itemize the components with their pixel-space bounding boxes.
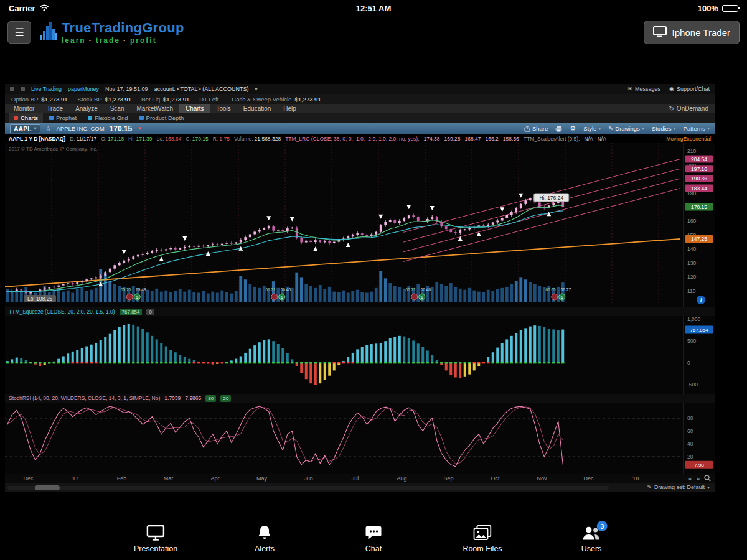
svg-text:$: $ [136, 295, 138, 299]
drawing-set-button[interactable]: ✎ Drawing set: Default ▾ [647, 484, 710, 490]
stoch-label[interactable]: StochRSI (14, 80, 20, WILDERS, CLOSE, 14… [9, 395, 160, 401]
menu-item-analyze[interactable]: Analyze [69, 104, 104, 113]
product-depth-tab-icon [139, 116, 144, 120]
ondemand-icon: ↻ [669, 105, 674, 112]
svg-text:197.16: 197.16 [691, 166, 707, 172]
squeeze-indicator-row: TTM_Squeeze (CLOSE, 20, 2.0, 20, 1.5, 1.… [5, 307, 715, 316]
subtab-charts[interactable]: Charts [9, 113, 43, 123]
presentation-monitor-icon [146, 524, 165, 541]
prophet-tab-icon [49, 116, 54, 120]
dot-separator-icon: · [89, 37, 93, 44]
svg-text:80: 80 [687, 415, 693, 421]
nav-room-files[interactable]: Room Files [463, 524, 502, 553]
monitor-icon [653, 26, 667, 39]
symbol-input[interactable]: AAPL ▾ [10, 124, 40, 133]
nav-label: Room Files [463, 544, 502, 553]
live-trading-link[interactable]: Live Trading [31, 86, 62, 92]
brand-logo: TrueTradingGroup learn · trade · profit [40, 21, 184, 44]
svg-text:66.05: 66.05 [545, 287, 556, 292]
stochrsi-chart[interactable]: 806040207.98 [5, 403, 715, 474]
squeeze-chart[interactable]: 1,0005000-500767.854 [5, 316, 715, 394]
scroll-right-button[interactable]: » [696, 475, 700, 482]
chart-header: AAPL 1 Y D [NASDAQ] D:11/17/17 O:171.18 … [5, 134, 715, 143]
svg-text:66.27: 66.27 [561, 287, 571, 292]
menu-item-education[interactable]: Education [237, 104, 277, 113]
metric-net-liq: Net Liq$1,273.91 [141, 96, 189, 103]
svg-text:65.26: 65.26 [121, 287, 131, 292]
battery-icon [722, 5, 738, 12]
nav-users[interactable]: 3 Users [581, 524, 602, 553]
svg-text:40: 40 [687, 441, 693, 447]
study-moving-exponential-label: MovingExponential [666, 136, 711, 142]
svg-text:7.98: 7.98 [694, 462, 704, 468]
iphone-trader-button[interactable]: Iphone Trader [644, 21, 740, 44]
quote-field: Lo:168.64 [157, 136, 182, 142]
svg-text:66.40: 66.40 [281, 287, 291, 292]
svg-text:190.36: 190.36 [691, 175, 707, 182]
window-control-icon[interactable] [21, 87, 25, 91]
watchlist-star-icon[interactable]: ☆ [45, 124, 52, 133]
svg-text:160: 160 [687, 218, 696, 224]
messages-button[interactable]: ✉ Messages [628, 86, 661, 92]
squeeze-label[interactable]: TTM_Squeeze (CLOSE, 20, 2.0, 20, 1.5, 1.… [9, 309, 115, 315]
svg-text:−: − [273, 295, 276, 299]
time-axis-label: Nov [537, 475, 547, 482]
svg-text:767.854: 767.854 [690, 327, 708, 333]
print-button[interactable] [555, 126, 562, 132]
status-bar: Carrier 12:51 AM 100% [0, 0, 747, 16]
patterns-button[interactable]: Patterns▾ [684, 125, 710, 132]
chart-settings-button[interactable]: ⚙ [570, 124, 576, 133]
support-chat-button[interactable]: ◉ Support/Chat [669, 86, 710, 92]
support-label: Support/Chat [677, 86, 710, 92]
app-header: ☰ TrueTradingGroup learn · trade · profi… [0, 16, 747, 49]
caret-down-icon: ▾ [34, 126, 37, 131]
pencil-icon: ✎ [608, 125, 613, 132]
time-axis-label: Dec [583, 475, 593, 482]
quote-field: O:171.18 [101, 136, 124, 142]
main-menu-bar: Monitor Trade Analyze Scan MarketWatch C… [5, 104, 715, 113]
hamburger-icon: ☰ [14, 26, 24, 39]
scrollbar-handle[interactable] [35, 485, 60, 490]
squeeze-value-chip: 767.854 [120, 309, 143, 315]
subtab-product-depth[interactable]: Product Depth [134, 113, 189, 123]
menu-item-marketwatch[interactable]: MarketWatch [131, 104, 180, 113]
nav-chat[interactable]: Chat [365, 524, 382, 553]
account-selector[interactable]: <TOTAL> (ALL ACCOUNTS) [177, 86, 248, 92]
metric-option-bp: Option BP$1,273.91 [11, 96, 68, 103]
nav-alerts[interactable]: Alerts [255, 524, 275, 553]
svg-text:$: $ [561, 295, 563, 299]
metric-dt-left: DT Left [199, 96, 222, 103]
menu-item-scan[interactable]: Scan [104, 104, 131, 113]
ondemand-button[interactable]: ↻ OnDemand [669, 104, 712, 113]
scroll-left-button[interactable]: « [688, 475, 692, 482]
menu-item-help[interactable]: Help [277, 104, 303, 113]
svg-text:$: $ [421, 295, 423, 299]
papermoney-link[interactable]: paperMoney [68, 86, 99, 92]
nav-presentation[interactable]: Presentation [134, 524, 177, 553]
share-button[interactable]: Share [524, 125, 548, 132]
account-label: account: [154, 86, 176, 92]
zoom-icon[interactable] [704, 475, 711, 483]
price-chart[interactable]: 21020019018017016015014013012011065.2665… [5, 143, 715, 307]
subtab-flexible-grid[interactable]: Flexible Grid [83, 113, 133, 123]
menu-item-charts[interactable]: Charts [179, 104, 210, 113]
quote-field: Hi:171.39 [128, 136, 152, 142]
time-axis-label: Jun [304, 475, 313, 482]
menu-item-tools[interactable]: Tools [210, 104, 237, 113]
gear-icon: ⚙ [570, 124, 576, 133]
subtab-prophet[interactable]: Prophet [44, 113, 82, 123]
time-axis-label: Aug [397, 475, 406, 482]
menu-item-trade[interactable]: Trade [40, 104, 69, 113]
menu-button[interactable]: ☰ [7, 21, 31, 44]
dot-separator-icon: · [123, 37, 127, 44]
squeeze-extra-chip: 0 [146, 309, 154, 315]
window-control-icon[interactable] [10, 87, 14, 91]
caret-down-icon: ▾ [642, 126, 644, 131]
svg-text:210: 210 [687, 148, 696, 154]
menu-item-monitor[interactable]: Monitor [7, 104, 40, 113]
scrollbar-track[interactable] [7, 486, 609, 490]
stoch-indicator-row: StochRSI (14, 80, 20, WILDERS, CLOSE, 14… [5, 394, 715, 403]
style-button[interactable]: Style▾ [583, 125, 601, 132]
drawings-button[interactable]: ✎Drawings▾ [608, 125, 644, 132]
studies-button[interactable]: Studies▾ [652, 125, 676, 132]
